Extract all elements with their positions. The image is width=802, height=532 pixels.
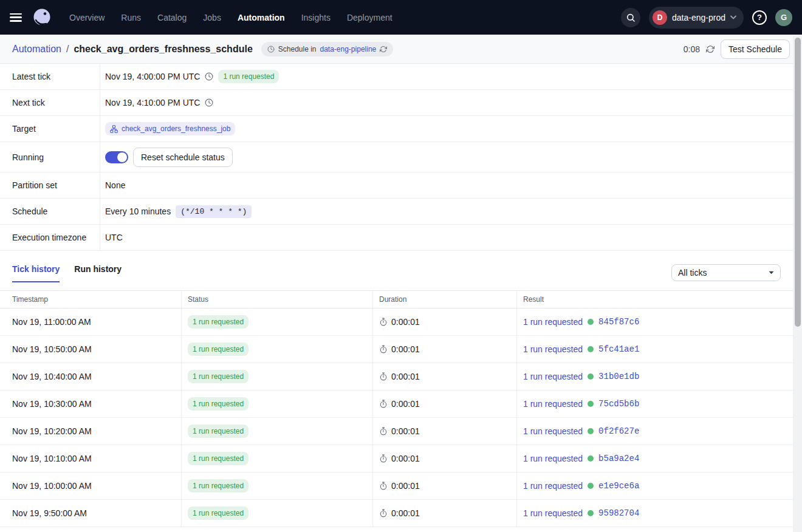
sync-icon [380, 46, 387, 53]
tick-timestamp: Nov 19, 10:00:00 AM [0, 472, 182, 499]
test-schedule-button[interactable]: Test Schedule [721, 39, 790, 59]
ticks-filter-value: All ticks [678, 268, 707, 278]
pipeline-link[interactable]: data-eng-pipeline [320, 45, 377, 53]
tick-timestamp: Nov 19, 11:00:00 AM [0, 309, 182, 335]
run-status-dot [588, 373, 594, 380]
nav-item-deployment[interactable]: Deployment [347, 13, 392, 22]
tick-duration: 0:00:01 [391, 372, 420, 381]
run-id-link[interactable]: 5fc41ae1 [598, 344, 639, 354]
header-right: 0:08 Test Schedule [684, 39, 790, 59]
runs-requested-link[interactable]: 1 run requested [523, 317, 583, 327]
target-job-name: check_avg_orders_freshness_job [122, 124, 230, 133]
runs-requested-link[interactable]: 1 run requested [523, 372, 583, 381]
page-title: check_avg_orders_freshness_schdule [74, 44, 252, 55]
detail-label: Latest tick [0, 64, 100, 89]
tick-duration: 0:00:01 [391, 454, 420, 463]
col-header-result: Result [517, 291, 793, 308]
detail-row-running: Running Reset schedule status [0, 142, 793, 172]
schedule-details: Latest tick Nov 19, 4:00:00 PM UTC 1 run… [0, 64, 793, 251]
table-row: Nov 19, 10:40:00 AM 1 run requested 0:00… [0, 363, 793, 390]
target-job-link[interactable]: check_avg_orders_freshness_job [105, 122, 235, 135]
runs-requested-link[interactable]: 1 run requested [523, 508, 583, 518]
tick-duration: 0:00:01 [391, 481, 420, 491]
user-avatar[interactable]: G [775, 9, 792, 26]
schedule-description: Every 10 minutes [105, 206, 171, 216]
tick-status-badge: 1 run requested [188, 452, 248, 465]
runs-requested-link[interactable]: 1 run requested [523, 399, 583, 409]
col-header-duration: Duration [373, 291, 517, 308]
timezone-value: UTC [105, 233, 123, 242]
help-icon[interactable]: ? [752, 10, 767, 25]
scrollbar-track [793, 35, 802, 532]
tab-run-history[interactable]: Run history [74, 264, 122, 282]
tick-timestamp: Nov 19, 10:30:00 AM [0, 390, 182, 417]
tab-tick-history[interactable]: Tick history [12, 264, 60, 282]
nav-item-insights[interactable]: Insights [301, 13, 331, 22]
caret-down-icon [769, 271, 774, 275]
ticks-filter-select[interactable]: All ticks [671, 264, 781, 281]
table-row: Nov 19, 11:00:00 AM 1 run requested 0:00… [0, 309, 793, 336]
tick-timestamp: Nov 19, 10:50:00 AM [0, 336, 182, 363]
nav-item-catalog[interactable]: Catalog [157, 13, 187, 22]
detail-row-latest-tick: Latest tick Nov 19, 4:00:00 PM UTC 1 run… [0, 64, 793, 90]
tick-duration: 0:00:01 [391, 399, 420, 409]
runs-requested-link[interactable]: 1 run requested [523, 426, 583, 436]
next-tick-value: Nov 19, 4:10:00 PM UTC [105, 98, 200, 107]
top-nav: Overview Runs Catalog Jobs Automation In… [0, 0, 802, 35]
reset-schedule-status-button[interactable]: Reset schedule status [133, 148, 233, 167]
col-header-status: Status [182, 291, 373, 308]
detail-label: Partition set [0, 172, 100, 198]
nav-item-automation[interactable]: Automation [238, 13, 285, 22]
tick-timestamp: Nov 19, 10:20:00 AM [0, 418, 182, 445]
run-id-link[interactable]: b5a9a2e4 [598, 454, 639, 463]
detail-row-partition-set: Partition set None [0, 172, 793, 199]
run-id-link[interactable]: 845f87c6 [598, 317, 639, 327]
stopwatch-icon [379, 427, 388, 435]
tick-history-table: Timestamp Status Duration Result Nov 19,… [0, 290, 793, 527]
scrollbar[interactable] [795, 38, 801, 327]
nav-item-jobs[interactable]: Jobs [203, 13, 221, 22]
deployment-name: data-eng-prod [672, 13, 725, 22]
run-id-link[interactable]: 75cd5b6b [598, 399, 639, 409]
stopwatch-icon [379, 509, 388, 517]
run-status-dot [588, 319, 594, 325]
runs-requested-link[interactable]: 1 run requested [523, 344, 583, 354]
search-icon[interactable] [621, 8, 640, 27]
nav-items: Overview Runs Catalog Jobs Automation In… [69, 13, 392, 22]
nav-item-overview[interactable]: Overview [69, 13, 105, 22]
detail-row-timezone: Execution timezone UTC [0, 225, 793, 251]
run-id-link[interactable]: 95982704 [598, 508, 639, 518]
tick-status-badge: 1 run requested [188, 343, 248, 356]
tick-duration: 0:00:01 [391, 317, 420, 327]
stopwatch-icon [379, 345, 388, 353]
menu-icon[interactable] [10, 13, 22, 22]
refresh-icon[interactable] [706, 45, 715, 53]
tick-duration: 0:00:01 [391, 426, 420, 436]
latest-tick-status-badge: 1 run requested [218, 70, 279, 83]
breadcrumb-automation-link[interactable]: Automation [12, 44, 61, 55]
run-id-link[interactable]: 31b0e1db [598, 372, 639, 381]
tick-duration: 0:00:01 [391, 344, 420, 354]
runs-requested-link[interactable]: 1 run requested [523, 481, 583, 491]
dagster-logo-icon[interactable] [30, 6, 53, 29]
run-id-link[interactable]: e1e9ce6a [598, 481, 639, 491]
runs-requested-link[interactable]: 1 run requested [523, 454, 583, 463]
table-row: Nov 19, 10:00:00 AM 1 run requested 0:00… [0, 472, 793, 500]
stopwatch-icon [379, 400, 388, 408]
running-toggle[interactable] [105, 151, 128, 163]
detail-label: Next tick [0, 90, 100, 115]
breadcrumb-separator: / [66, 44, 69, 55]
run-status-dot [588, 401, 594, 407]
clock-icon [205, 72, 213, 81]
table-row: Nov 19, 9:50:00 AM 1 run requested 0:00:… [0, 500, 793, 527]
deployment-switcher[interactable]: D data-eng-prod [649, 7, 744, 29]
tick-status-badge: 1 run requested [188, 370, 248, 383]
tick-status-badge: 1 run requested [188, 479, 248, 493]
stopwatch-icon [379, 482, 388, 490]
detail-row-schedule: Schedule Every 10 minutes (*/10 * * * *) [0, 199, 793, 225]
run-id-link[interactable]: 0f2f627e [598, 426, 639, 436]
run-status-dot [588, 428, 594, 434]
nav-item-runs[interactable]: Runs [121, 13, 141, 22]
stopwatch-icon [379, 454, 388, 463]
run-status-dot [588, 346, 594, 352]
